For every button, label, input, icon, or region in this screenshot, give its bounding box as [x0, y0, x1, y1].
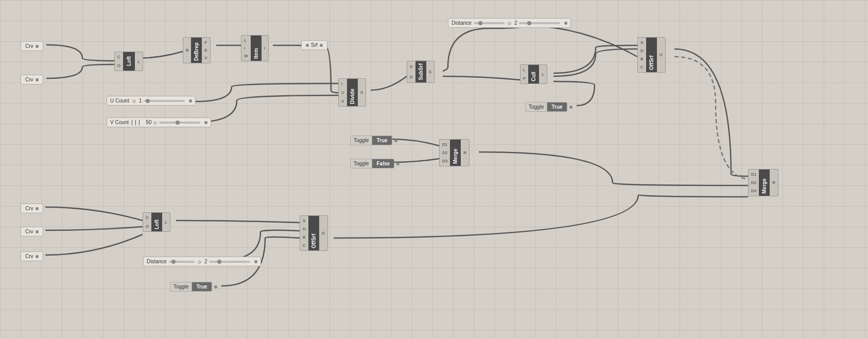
toggle1-node[interactable]: Toggle True: [350, 135, 397, 145]
crv-node-1[interactable]: Crv: [21, 41, 43, 51]
loft2-port-c: C: [144, 215, 150, 221]
loft2-port-o: O: [144, 224, 150, 229]
toggle2-value[interactable]: False: [372, 159, 394, 168]
loft1-port-o: O: [116, 63, 122, 69]
distance2-thumb2[interactable]: [217, 260, 221, 264]
distance1-track2[interactable]: [519, 22, 560, 24]
toggle1-label: Toggle: [350, 135, 372, 145]
offsrf2-label: OffSrf: [308, 215, 319, 251]
distance1-output: [564, 22, 567, 25]
vcount-node[interactable]: V Count ▏▏▏ 50 ◇: [107, 117, 211, 127]
merge2-port-d1: D1: [750, 172, 758, 177]
srf-input: [306, 44, 309, 47]
subsrf-port-s-out: S: [427, 69, 433, 75]
crv-node-3[interactable]: Crv: [21, 204, 43, 213]
merge1-port-r: R: [462, 150, 468, 156]
item-port-l: L: [242, 38, 250, 43]
crv-output-2: [36, 78, 39, 81]
offsrf1-port-o: O: [658, 52, 664, 58]
vcount-slider-thumb[interactable]: [176, 121, 180, 125]
offsrf2-port-c: C: [301, 243, 307, 248]
crv-output-3: [36, 207, 39, 210]
merge1-port-d3: D3: [441, 158, 449, 164]
offsrf2-port-d: D: [301, 226, 307, 232]
offsrf1-port-c: C: [639, 64, 645, 70]
vcount-label: V Count: [110, 120, 129, 125]
distance2-label: Distance: [147, 259, 167, 264]
subsrf-node[interactable]: S D SubSrf S: [407, 61, 435, 83]
loft2-node[interactable]: C O Loft L: [143, 212, 170, 232]
merge2-label: Merge: [759, 169, 770, 196]
toggle4-output: [214, 285, 217, 289]
item-node[interactable]: L i W Item i: [241, 35, 269, 61]
crv-node-2[interactable]: Crv: [21, 75, 43, 84]
toggle3-value[interactable]: True: [547, 102, 567, 112]
debrep-port-b: B: [184, 47, 190, 53]
distance1-thumb2[interactable]: [527, 21, 531, 25]
divide-label: Divide: [347, 78, 358, 107]
merge1-node[interactable]: D1 D2 D3 Merge R: [439, 139, 470, 166]
debrep-node[interactable]: B DeBrep F E V: [183, 37, 211, 63]
ucount-node[interactable]: U Count ◇ 1: [107, 96, 196, 106]
toggle4-node[interactable]: Toggle True: [170, 282, 217, 292]
crv-output-5: [36, 255, 39, 258]
offsrf2-port-b: B: [301, 234, 307, 240]
toggle1-output: [394, 139, 397, 142]
debrep-port-f: F: [203, 40, 209, 45]
cull-node[interactable]: L P Cull L: [520, 64, 547, 84]
subsrf-port-s: S: [408, 64, 414, 70]
distance1-thumb[interactable]: [478, 21, 482, 25]
toggle1-value[interactable]: True: [372, 135, 392, 145]
srf-output: [320, 44, 323, 47]
merge2-node[interactable]: D1 D2 D3 Merge R: [748, 169, 778, 196]
distance1-value: 2: [514, 20, 517, 26]
divide-port-u: U: [340, 90, 346, 95]
crv-node-4[interactable]: Crv: [21, 227, 43, 236]
vcount-slider-track[interactable]: [159, 122, 200, 124]
offsrf2-node[interactable]: S D B C OffSrf O: [300, 215, 328, 251]
toggle3-node[interactable]: Toggle True: [525, 102, 572, 112]
crv-label-5: Crv: [25, 253, 33, 259]
item-label: Item: [251, 35, 262, 61]
distance2-track2[interactable]: [209, 261, 250, 263]
offsrf1-node[interactable]: S D B C OffSrf O: [637, 37, 666, 73]
distance2-node[interactable]: Distance ◇ 2: [143, 257, 261, 266]
toggle4-label: Toggle: [170, 282, 192, 292]
offsrf1-label: OffSrf: [646, 37, 657, 73]
cull-label: Cull: [528, 64, 539, 84]
connection-lines: [0, 0, 868, 339]
cull-port-l: L: [522, 67, 527, 73]
toggle3-output: [569, 106, 572, 109]
crv-node-5[interactable]: Crv: [21, 251, 43, 261]
distance2-track[interactable]: [169, 261, 195, 263]
divide-node[interactable]: I U V Divide S: [338, 78, 366, 107]
crv-label-2: Crv: [25, 77, 33, 82]
ucount-slider-track[interactable]: [144, 100, 185, 102]
distance1-node[interactable]: Distance ◇ 2: [448, 18, 571, 28]
toggle3-label: Toggle: [525, 102, 547, 112]
distance2-thumb[interactable]: [171, 260, 176, 264]
distance1-label: Distance: [452, 20, 472, 26]
vcount-value: 50: [146, 120, 151, 125]
loft2-label: Loft: [151, 212, 162, 232]
merge2-port-d2: D2: [750, 180, 758, 185]
loft-node-1[interactable]: C O Loft L: [114, 52, 143, 71]
merge1-port-d1: D1: [441, 142, 449, 147]
subsrf-label: SubSrf: [415, 61, 426, 83]
merge2-port-r: R: [771, 180, 777, 185]
loft1-label: Loft: [123, 52, 135, 71]
toggle4-value[interactable]: True: [192, 282, 212, 292]
distance2-value: 2: [204, 259, 207, 264]
toggle2-node[interactable]: Toggle False: [350, 159, 400, 168]
merge1-label: Merge: [450, 139, 461, 166]
ucount-slider-thumb[interactable]: [146, 99, 150, 103]
toggle2-output: [396, 162, 400, 165]
offsrf1-port-s: S: [639, 40, 645, 45]
crv-label-3: Crv: [25, 206, 33, 211]
srf-node[interactable]: Srf: [301, 40, 327, 50]
merge1-port-d2: D2: [441, 150, 449, 156]
crv-label-4: Crv: [25, 229, 33, 234]
distance1-track[interactable]: [474, 22, 505, 24]
item-port-i: i: [242, 45, 250, 51]
offsrf1-port-d: D: [639, 48, 645, 54]
